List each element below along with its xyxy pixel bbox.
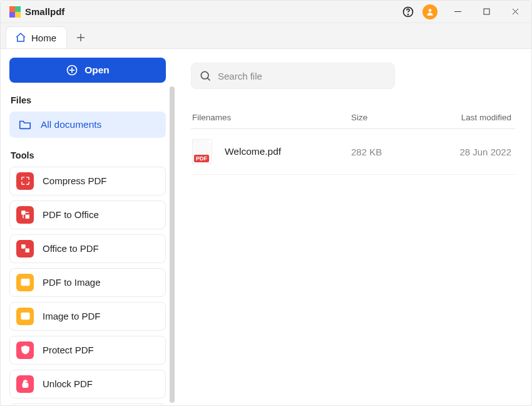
- tool-protect-pdf[interactable]: Protect PDF: [9, 336, 166, 365]
- search-input[interactable]: [218, 71, 387, 81]
- logo-block: Smallpdf: [9, 6, 64, 18]
- tool-label: Unlock PDF: [43, 378, 93, 389]
- col-filenames: Filenames: [192, 113, 351, 122]
- pdf-to-image-icon: [16, 274, 34, 291]
- tool-pdf-to-image[interactable]: PDF to Image: [9, 268, 166, 297]
- files-section-label: Files: [9, 95, 166, 105]
- file-cell: PDF Welcome.pdf: [192, 139, 351, 164]
- maximize-button[interactable]: [473, 3, 500, 21]
- tool-label: Image to PDF: [43, 311, 101, 321]
- sidebar: Open Files All documents Tools Compress …: [1, 49, 175, 405]
- col-size: Size: [351, 113, 426, 122]
- unlock-icon: [16, 375, 34, 393]
- minimize-icon: [454, 8, 461, 15]
- close-button[interactable]: [501, 3, 529, 21]
- file-name: Welcome.pdf: [225, 146, 281, 157]
- tool-compress-pdf[interactable]: Compress PDF: [9, 167, 166, 195]
- svg-rect-12: [21, 211, 24, 214]
- svg-rect-4: [484, 9, 489, 14]
- tabbar: Home: [1, 23, 531, 48]
- person-icon: [426, 8, 434, 16]
- file-size: 282 KB: [351, 147, 426, 157]
- app-logo-icon: [9, 6, 21, 18]
- tab-label: Home: [31, 33, 56, 43]
- office-to-pdf-icon: [16, 240, 34, 258]
- svg-point-17: [23, 281, 24, 282]
- pdf-file-icon: PDF: [192, 139, 212, 164]
- tool-office-to-pdf[interactable]: Office to PDF: [9, 234, 166, 263]
- tool-label: Compress PDF: [43, 175, 107, 186]
- tools-section-label: Tools: [9, 150, 166, 160]
- search-icon: [199, 70, 212, 82]
- svg-rect-15: [26, 249, 29, 252]
- plus-icon: [76, 33, 85, 42]
- pdf-badge: PDF: [194, 155, 209, 162]
- minimize-button[interactable]: [444, 3, 471, 21]
- titlebar: Smallpdf: [1, 1, 531, 23]
- search-box[interactable]: [191, 63, 395, 89]
- svg-rect-13: [26, 215, 29, 218]
- tool-label: PDF to Office: [43, 209, 99, 220]
- folder-icon: [18, 118, 32, 132]
- main-content: Filenames Size Last modified PDF Welcome…: [175, 49, 531, 405]
- sidebar-item-label: All documents: [41, 119, 101, 130]
- tool-label: Office to PDF: [43, 243, 99, 254]
- tool-label: PDF to Image: [43, 277, 101, 288]
- pdf-to-office-icon: [16, 206, 34, 224]
- account-avatar[interactable]: [422, 4, 437, 19]
- app-title: Smallpdf: [25, 6, 64, 17]
- svg-point-2: [429, 9, 432, 12]
- svg-point-23: [201, 71, 208, 79]
- tools-list: Compress PDF PDF to Office Office to PDF: [9, 167, 166, 405]
- file-table: Filenames Size Last modified PDF Welcome…: [191, 107, 515, 175]
- sidebar-item-all-documents[interactable]: All documents: [9, 112, 166, 138]
- col-modified: Last modified: [426, 113, 514, 122]
- help-button[interactable]: [399, 3, 417, 21]
- tool-merge-pdf[interactable]: Merge PDF: [9, 403, 166, 405]
- plus-circle-icon: [66, 64, 78, 76]
- image-to-pdf-icon: [16, 308, 34, 325]
- tool-pdf-to-office[interactable]: PDF to Office: [9, 200, 166, 229]
- compress-icon: [16, 172, 34, 190]
- tool-unlock-pdf[interactable]: Unlock PDF: [9, 370, 166, 398]
- open-label: Open: [84, 65, 110, 76]
- tool-label: Protect PDF: [43, 345, 94, 355]
- tab-home[interactable]: Home: [6, 26, 67, 48]
- close-icon: [512, 8, 519, 15]
- new-tab-button[interactable]: [69, 27, 92, 48]
- shield-icon: [16, 341, 34, 359]
- svg-point-19: [23, 315, 24, 316]
- home-icon: [15, 32, 26, 43]
- svg-point-1: [408, 14, 409, 14]
- svg-line-24: [207, 78, 210, 80]
- file-modified: 28 Jun 2022: [426, 147, 514, 157]
- app-window: Smallpdf: [0, 0, 532, 406]
- svg-rect-20: [23, 383, 28, 387]
- table-header: Filenames Size Last modified: [191, 107, 515, 129]
- maximize-icon: [483, 8, 490, 15]
- table-row[interactable]: PDF Welcome.pdf 282 KB 28 Jun 2022: [191, 129, 515, 175]
- svg-rect-14: [21, 245, 24, 248]
- tool-image-to-pdf[interactable]: Image to PDF: [9, 302, 166, 331]
- open-button[interactable]: Open: [9, 58, 166, 83]
- help-icon: [402, 6, 414, 18]
- sidebar-scrollbar[interactable]: [170, 86, 175, 403]
